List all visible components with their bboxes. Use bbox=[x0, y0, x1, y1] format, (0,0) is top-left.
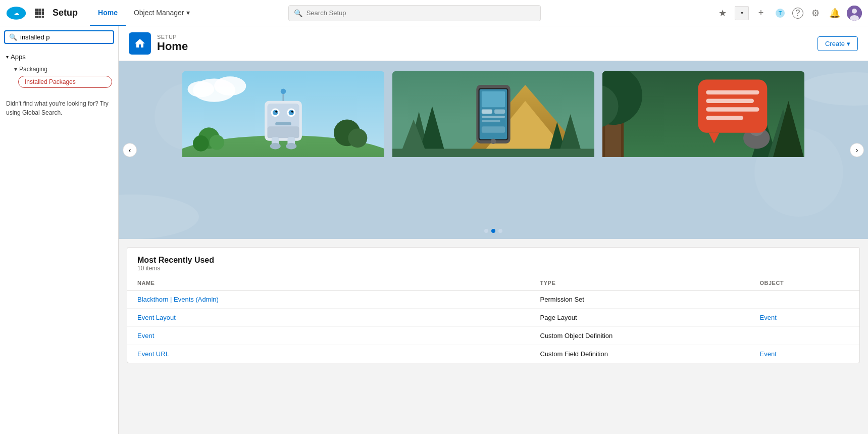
bell-icon[interactable]: 🔔 bbox=[828, 6, 842, 20]
favorites-dropdown-icon[interactable]: ▾ bbox=[735, 6, 749, 20]
mru-row-3-type: Custom Object Definition bbox=[530, 327, 750, 345]
carousel-dot-2[interactable] bbox=[491, 229, 495, 233]
sidebar-subgroup-packaging-header[interactable]: ▾ Packaging bbox=[8, 64, 118, 75]
tab-home[interactable]: Home bbox=[90, 0, 126, 26]
mru-row-4-object-link[interactable]: Event bbox=[760, 350, 777, 358]
table-row: Event Custom Object Definition bbox=[127, 327, 859, 345]
mru-row-4-type: Custom Field Definition bbox=[530, 345, 750, 363]
global-search-bar[interactable]: 🔍 bbox=[288, 5, 541, 21]
svg-point-30 bbox=[348, 128, 367, 148]
card-image-docs bbox=[602, 71, 804, 157]
card-title-docs: Real-time Collaborative Docs bbox=[647, 165, 759, 174]
chevron-down-icon: ▾ bbox=[6, 54, 9, 60]
mru-table: NAME TYPE OBJECT Blackthorn | Events (Ad… bbox=[127, 276, 859, 363]
sidebar-search-container[interactable]: 🔍 bbox=[4, 30, 114, 44]
chevron-down-icon: ▾ bbox=[186, 9, 190, 17]
svg-point-14 bbox=[852, 9, 857, 14]
page-title: Home bbox=[157, 40, 811, 53]
chevron-down-icon: ▾ bbox=[847, 40, 850, 47]
svg-point-38 bbox=[291, 111, 293, 113]
sidebar-group-apps[interactable]: ▾ Apps bbox=[0, 50, 118, 64]
trailhead-icon[interactable]: T bbox=[773, 6, 787, 20]
card-title-einstein: Get Started with Einstein Bots bbox=[225, 165, 341, 174]
app-grid-icon[interactable] bbox=[32, 6, 46, 20]
main-content: SETUP Home Create ▾ bbox=[119, 26, 868, 434]
svg-rect-61 bbox=[494, 110, 505, 114]
svg-rect-5 bbox=[35, 12, 38, 15]
tab-object-manager[interactable]: Object Manager ▾ bbox=[126, 0, 198, 26]
svg-rect-59 bbox=[482, 91, 505, 108]
gear-icon[interactable]: ⚙ bbox=[808, 6, 823, 20]
svg-rect-85 bbox=[706, 116, 743, 120]
sidebar-subgroup-packaging-label: Packaging bbox=[19, 66, 47, 73]
sidebar: 🔍 ▾ Apps ▾ Packaging Installed Packages … bbox=[0, 26, 119, 434]
global-search-input[interactable] bbox=[307, 9, 535, 17]
salesforce-logo[interactable]: ☁ bbox=[6, 6, 26, 20]
sidebar-search-icon: 🔍 bbox=[9, 33, 17, 41]
svg-point-65 bbox=[491, 138, 496, 144]
sidebar-group-apps-label: Apps bbox=[11, 53, 26, 61]
chevron-down-icon: ▾ bbox=[14, 66, 17, 73]
sidebar-subgroup-packaging: ▾ Packaging Installed Packages bbox=[0, 64, 118, 88]
user-avatar[interactable] bbox=[847, 6, 862, 21]
carousel-card-einstein-bots: Get Started with Einstein Bots Launch an… bbox=[182, 71, 384, 229]
external-link-icon: ↗ bbox=[509, 210, 514, 217]
carousel-section: ‹ bbox=[119, 61, 868, 239]
external-link-icon: ↗ bbox=[720, 210, 724, 217]
mru-table-header: NAME TYPE OBJECT bbox=[127, 276, 859, 291]
svg-rect-10 bbox=[42, 16, 44, 18]
col-header-type: TYPE bbox=[530, 276, 750, 291]
carousel-dot-1[interactable] bbox=[484, 229, 488, 233]
mru-row-2-name-link[interactable]: Event Layout bbox=[137, 314, 176, 321]
chevron-right-icon: › bbox=[856, 146, 858, 154]
einstein-bots-get-started-button[interactable]: Get Started bbox=[256, 206, 311, 221]
mru-section: Most Recently Used 10 items NAME TYPE OB… bbox=[127, 247, 860, 363]
sidebar-item-installed-packages[interactable]: Installed Packages bbox=[18, 76, 112, 88]
sidebar-section-apps: ▾ Apps ▾ Packaging Installed Packages bbox=[0, 48, 118, 91]
card-desc-docs: Transform productivity with collaborativ… bbox=[610, 178, 796, 198]
mru-row-4-name-link[interactable]: Event URL bbox=[137, 350, 169, 358]
collab-docs-get-started-button[interactable]: Get Started ↗ bbox=[672, 206, 734, 221]
page-header-setup-label: SETUP bbox=[157, 34, 811, 40]
mobile-publisher-learn-more-button[interactable]: Learn More ↗ bbox=[462, 206, 524, 221]
mru-table-body: Blackthorn | Events (Admin) Permission S… bbox=[127, 291, 859, 363]
top-nav: ☁ Setup Home Object Manager ▾ 🔍 ★ ▾ + T … bbox=[0, 0, 868, 26]
carousel-card-mobile-publisher: Mobile Publisher Use the Mobile Publishe… bbox=[392, 71, 594, 229]
carousel-prev-button[interactable]: ‹ bbox=[123, 143, 137, 157]
svg-rect-7 bbox=[42, 12, 44, 15]
card-desc-einstein: Launch an AI-powered bot to automate you… bbox=[190, 178, 376, 198]
top-nav-right: ★ ▾ + T ? ⚙ 🔔 bbox=[716, 6, 862, 21]
mru-count: 10 items bbox=[137, 265, 849, 272]
carousel-dot-3[interactable] bbox=[498, 229, 502, 233]
table-row: Blackthorn | Events (Admin) Permission S… bbox=[127, 291, 859, 309]
sidebar-hint: Didn't find what you're looking for? Try… bbox=[0, 91, 118, 125]
add-icon[interactable]: + bbox=[754, 6, 768, 20]
carousel-card-collab-docs: Real-time Collaborative Docs Transform p… bbox=[602, 71, 804, 229]
search-icon: 🔍 bbox=[294, 9, 302, 17]
svg-point-24 bbox=[188, 81, 215, 98]
svg-point-35 bbox=[273, 110, 278, 116]
svg-rect-82 bbox=[706, 90, 759, 94]
mru-row-1-name-link[interactable]: Blackthorn | Events (Admin) bbox=[137, 296, 219, 303]
mru-row-2-object-link[interactable]: Event bbox=[760, 314, 777, 321]
svg-rect-39 bbox=[275, 122, 291, 125]
svg-point-28 bbox=[210, 135, 224, 150]
setup-label: Setup bbox=[53, 8, 78, 18]
carousel-cards: Get Started with Einstein Bots Launch an… bbox=[139, 71, 848, 229]
sidebar-search-input[interactable] bbox=[20, 33, 109, 41]
mru-row-3-object bbox=[750, 327, 860, 345]
svg-rect-60 bbox=[482, 110, 492, 114]
chevron-left-icon: ‹ bbox=[129, 146, 131, 154]
svg-point-36 bbox=[289, 110, 294, 116]
card-title-mobile: Mobile Publisher bbox=[461, 165, 526, 174]
help-icon[interactable]: ? bbox=[792, 8, 803, 19]
svg-text:☁: ☁ bbox=[14, 10, 19, 16]
mru-title: Most Recently Used bbox=[137, 256, 849, 265]
favorites-star-icon[interactable]: ★ bbox=[716, 6, 730, 20]
mru-row-3-name-link[interactable]: Event bbox=[137, 332, 154, 340]
svg-point-46 bbox=[286, 143, 296, 150]
svg-rect-2 bbox=[35, 9, 38, 12]
create-button[interactable]: Create ▾ bbox=[818, 36, 858, 51]
card-body-mobile: Mobile Publisher Use the Mobile Publishe… bbox=[392, 157, 594, 229]
carousel-next-button[interactable]: › bbox=[850, 143, 864, 157]
